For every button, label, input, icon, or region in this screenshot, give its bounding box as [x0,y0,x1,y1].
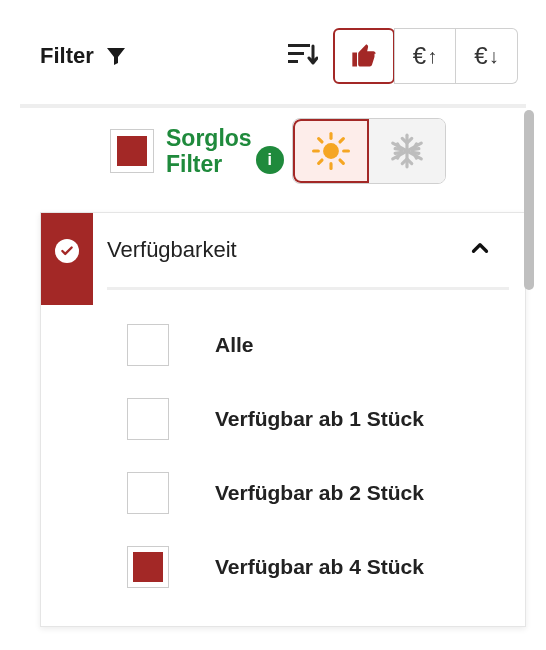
sorglos-filter-checkbox[interactable] [110,129,154,173]
checkbox[interactable] [127,398,169,440]
availability-title: Verfügbarkeit [107,237,237,263]
availability-option-all[interactable]: Alle [41,310,525,380]
snowflake-icon [388,132,426,170]
season-winter-button[interactable] [369,119,445,183]
availability-section: Verfügbarkeit Alle Verfügbar ab 1 Stück … [40,212,526,627]
svg-line-11 [340,139,343,142]
toolbar: Filter €↑ €↓ [0,0,546,104]
availability-option-1[interactable]: Verfügbar ab 1 Stück [41,384,525,454]
sorglos-filter-row: Sorglos Filter i [0,108,546,194]
funnel-icon [104,44,128,68]
option-label: Verfügbar ab 1 Stück [215,407,424,431]
option-label: Alle [215,333,254,357]
availability-option-4[interactable]: Verfügbar ab 4 Stück [41,532,525,602]
svg-rect-1 [288,52,304,55]
scrollbar[interactable] [524,110,534,290]
checkbox[interactable] [127,324,169,366]
svg-line-6 [318,139,321,142]
season-summer-button[interactable] [293,119,369,183]
option-label: Verfügbar ab 2 Stück [215,481,424,505]
availability-option-2[interactable]: Verfügbar ab 2 Stück [41,458,525,528]
euro-up-icon: €↑ [413,42,437,70]
sorglos-filter-label[interactable]: Sorglos Filter [166,125,252,178]
sort-price-desc-button[interactable]: €↓ [456,28,518,84]
chevron-up-icon [467,235,493,265]
info-icon-glyph: i [267,151,271,169]
availability-options: Alle Verfügbar ab 1 Stück Verfügbar ab 2… [41,298,525,602]
euro-down-icon: €↓ [474,42,498,70]
sort-icon[interactable] [283,28,323,84]
svg-point-3 [323,143,339,159]
season-toggle [292,118,446,184]
checkbox-fill [117,136,147,166]
sort-controls: €↑ €↓ [283,28,518,84]
svg-line-7 [340,160,343,163]
sun-icon [312,132,350,170]
filter-label-text: Filter [40,43,94,69]
sorglos-label-line2: Filter [166,151,252,177]
check-icon [55,239,79,263]
info-icon[interactable]: i [256,146,284,174]
active-filter-badge [41,213,93,305]
checkbox[interactable] [127,472,169,514]
sorglos-label-line1: Sorglos [166,125,252,151]
filter-heading[interactable]: Filter [40,43,128,69]
sort-price-asc-button[interactable]: €↑ [394,28,456,84]
option-label: Verfügbar ab 4 Stück [215,555,424,579]
svg-rect-2 [288,60,298,63]
svg-rect-0 [288,44,310,47]
sort-recommended-button[interactable] [333,28,395,84]
checkbox-fill [133,552,163,582]
availability-header[interactable]: Verfügbarkeit [41,213,525,287]
section-divider [107,287,509,290]
svg-line-10 [318,160,321,163]
checkbox[interactable] [127,546,169,588]
